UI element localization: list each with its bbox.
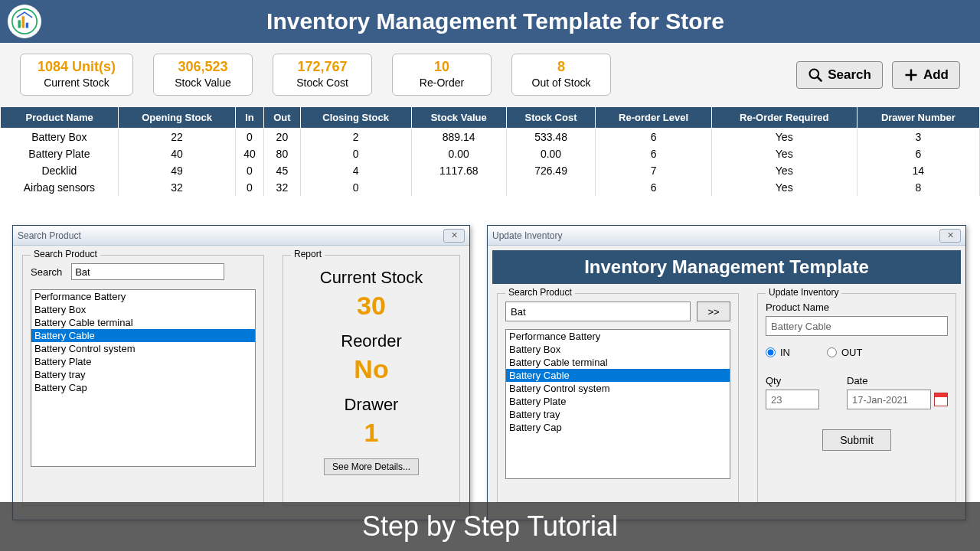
table-cell: 8 bbox=[857, 179, 979, 196]
table-cell: Battery Box bbox=[1, 129, 119, 146]
list-item[interactable]: Battery Cable bbox=[506, 369, 730, 382]
list-item[interactable]: Performance Battery bbox=[31, 290, 255, 303]
list-item[interactable]: Battery Box bbox=[31, 303, 255, 316]
dialog-titlebar[interactable]: Search Product ✕ bbox=[13, 226, 469, 246]
radio-out[interactable]: OUT bbox=[827, 347, 862, 358]
search-label: Search bbox=[31, 266, 62, 278]
radio-in-input[interactable] bbox=[766, 347, 776, 357]
list-item[interactable]: Performance Battery bbox=[506, 330, 730, 343]
table-cell: Yes bbox=[711, 162, 857, 179]
stat-value: 306,523 bbox=[171, 59, 235, 75]
radio-in[interactable]: IN bbox=[766, 347, 790, 358]
column-header[interactable]: Stock Cost bbox=[506, 107, 595, 129]
list-item[interactable]: Battery Control system bbox=[31, 342, 255, 355]
table-cell: 0.00 bbox=[506, 145, 595, 162]
product-name-input[interactable] bbox=[766, 316, 948, 336]
table-cell: Yes bbox=[711, 145, 857, 162]
list-item[interactable]: Battery Cap bbox=[31, 381, 255, 394]
table-row[interactable]: Battery Plate40408000.000.006Yes6 bbox=[1, 145, 980, 162]
table-cell: 3 bbox=[857, 129, 979, 146]
search-product-dialog: Search Product ✕ Search Product Search P… bbox=[12, 225, 470, 520]
product-name-label: Product Name bbox=[766, 302, 948, 313]
stat-value: 172,767 bbox=[290, 59, 354, 75]
card-current-stock: 1084 Unit(s) Current Stock bbox=[20, 54, 133, 96]
plus-icon bbox=[903, 67, 919, 83]
table-cell: 0 bbox=[300, 179, 411, 196]
date-label: Date bbox=[847, 375, 948, 386]
list-item[interactable]: Battery tray bbox=[31, 368, 255, 381]
header-banner: Inventory Management Template for Store bbox=[0, 0, 980, 43]
table-row[interactable]: Airbag sensors3203206Yes8 bbox=[1, 179, 980, 196]
list-item[interactable]: Battery tray bbox=[506, 408, 730, 421]
group-label: Search Product bbox=[31, 249, 100, 259]
stat-label: Out of Stock bbox=[529, 77, 593, 89]
stat-value: 1084 Unit(s) bbox=[38, 59, 116, 75]
table-cell: 40 bbox=[235, 145, 263, 162]
see-more-button[interactable]: See More Details... bbox=[324, 458, 419, 475]
report-stock-value: 30 bbox=[291, 291, 452, 321]
close-button[interactable]: ✕ bbox=[939, 229, 961, 243]
search-input[interactable] bbox=[71, 263, 224, 280]
report-drawer-label: Drawer bbox=[291, 395, 452, 415]
search-input[interactable] bbox=[505, 302, 691, 321]
list-item[interactable]: Battery Control system bbox=[506, 382, 730, 395]
search-button[interactable]: Search bbox=[796, 61, 883, 89]
table-row[interactable]: Decklid4904541117.68726.497Yes14 bbox=[1, 162, 980, 179]
table-cell: Decklid bbox=[1, 162, 119, 179]
button-label: Search bbox=[828, 67, 871, 83]
add-button[interactable]: Add bbox=[892, 61, 960, 89]
dialog-banner: Inventory Management Template bbox=[492, 250, 961, 284]
list-item[interactable]: Battery Cable terminal bbox=[31, 316, 255, 329]
list-item[interactable]: Battery Plate bbox=[506, 395, 730, 408]
group-label: Report bbox=[291, 249, 325, 259]
table-cell: 6 bbox=[857, 145, 979, 162]
close-button[interactable]: ✕ bbox=[443, 229, 465, 243]
list-item[interactable]: Battery Plate bbox=[31, 355, 255, 368]
calendar-icon[interactable] bbox=[934, 393, 948, 406]
table-cell: 80 bbox=[264, 145, 301, 162]
list-item[interactable]: Battery Cap bbox=[506, 421, 730, 434]
column-header[interactable]: Closing Stock bbox=[300, 107, 411, 129]
column-header[interactable]: Out bbox=[264, 107, 301, 129]
stat-value: 10 bbox=[410, 59, 474, 75]
search-icon bbox=[808, 67, 823, 83]
svg-point-4 bbox=[810, 69, 819, 78]
results-listbox[interactable]: Performance BatteryBattery BoxBattery Ca… bbox=[505, 329, 730, 479]
list-item[interactable]: Battery Box bbox=[506, 343, 730, 356]
column-header[interactable]: Drawer Number bbox=[857, 107, 979, 129]
table-cell: 20 bbox=[264, 129, 301, 146]
column-header[interactable]: Re-Order Required bbox=[711, 107, 857, 129]
column-header[interactable]: Product Name bbox=[1, 107, 119, 129]
list-item[interactable]: Battery Cable terminal bbox=[506, 356, 730, 369]
radio-out-input[interactable] bbox=[827, 347, 837, 357]
list-item[interactable]: Battery Cable bbox=[31, 329, 255, 342]
report-reorder-value: No bbox=[291, 354, 452, 384]
column-header[interactable]: Opening Stock bbox=[119, 107, 236, 129]
column-header[interactable]: Stock Value bbox=[411, 107, 506, 129]
table-row[interactable]: Battery Box220202889.14533.486Yes3 bbox=[1, 129, 980, 146]
logo bbox=[8, 5, 41, 38]
dialog-titlebar[interactable]: Update Inventory ✕ bbox=[488, 226, 965, 246]
qty-input[interactable] bbox=[766, 390, 819, 409]
stat-label: Current Stock bbox=[38, 77, 116, 89]
stat-label: Stock Value bbox=[171, 77, 235, 89]
dialog-title: Update Inventory bbox=[492, 230, 562, 241]
card-stock-value: 306,523 Stock Value bbox=[153, 54, 253, 96]
column-header[interactable]: In bbox=[235, 107, 263, 129]
table-cell: 6 bbox=[596, 179, 712, 196]
stat-value: 8 bbox=[529, 59, 593, 75]
submit-button[interactable]: Submit bbox=[822, 429, 891, 451]
table-cell: Airbag sensors bbox=[1, 179, 119, 196]
table-cell bbox=[506, 179, 595, 196]
column-header[interactable]: Re-order Level bbox=[596, 107, 712, 129]
card-stock-cost: 172,767 Stock Cost bbox=[273, 54, 372, 96]
stat-label: Re-Order bbox=[410, 77, 474, 89]
table-cell: Yes bbox=[711, 129, 857, 146]
go-button[interactable]: >> bbox=[697, 302, 730, 321]
table-cell: 6 bbox=[596, 129, 712, 146]
date-input[interactable] bbox=[847, 390, 931, 409]
results-listbox[interactable]: Performance BatteryBattery BoxBattery Ca… bbox=[31, 289, 256, 467]
card-out-of-stock: 8 Out of Stock bbox=[511, 54, 611, 96]
table-cell: 7 bbox=[596, 162, 712, 179]
svg-rect-3 bbox=[26, 23, 28, 28]
